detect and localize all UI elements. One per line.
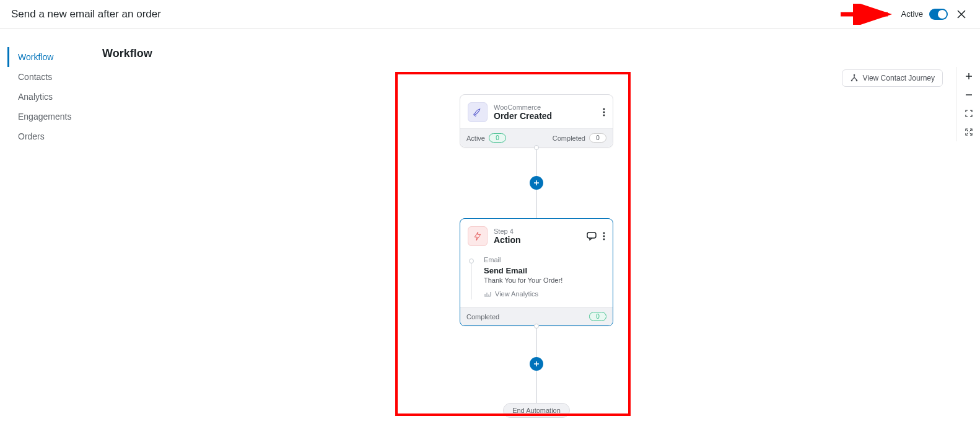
action-completed-count: 0 <box>589 312 606 321</box>
chart-icon <box>484 291 491 297</box>
action-node[interactable]: Step 4 Action <box>460 218 613 326</box>
trigger-active-label: Active <box>466 135 485 142</box>
trigger-node-head: WooCommerce Order Created <box>460 95 613 128</box>
add-step-button[interactable] <box>530 357 543 371</box>
zoom-in-button[interactable] <box>957 67 980 86</box>
sidebar-item-label: Contacts <box>18 72 52 82</box>
view-contact-journey-button[interactable]: View Contact Journey <box>842 69 943 87</box>
sidebar-item-workflow[interactable]: Workflow <box>7 47 93 67</box>
view-analytics-link[interactable]: View Analytics <box>484 290 605 298</box>
action-title: Action <box>494 235 580 245</box>
svg-point-9 <box>603 236 605 237</box>
action-row-subtitle: Thank You for Your Order! <box>484 276 605 284</box>
expand-icon <box>965 109 973 118</box>
action-completed-label: Completed <box>466 313 499 321</box>
fullscreen-button[interactable] <box>957 123 980 141</box>
action-row: Email Send Email Thank You for Your Orde… <box>468 255 605 299</box>
sidebar-item-engagements[interactable]: Engagements <box>7 107 93 126</box>
header-title: Send a new email after an order <box>11 8 161 20</box>
zoom-panel <box>956 67 980 141</box>
trigger-menu-button[interactable] <box>603 108 605 117</box>
content: Workflow View Contact Journey <box>93 29 980 429</box>
action-node-head: Step 4 Action <box>460 219 613 252</box>
svg-point-6 <box>603 115 605 117</box>
chat-icon <box>587 232 597 241</box>
end-automation-label: End Automation <box>512 407 561 414</box>
svg-rect-7 <box>587 232 596 238</box>
main: Workflow Contacts Analytics Engagements … <box>0 29 980 429</box>
trigger-completed-count: 0 <box>589 133 606 143</box>
plus-icon <box>533 361 540 367</box>
fit-screen-button[interactable] <box>957 104 980 123</box>
sidebar-item-analytics[interactable]: Analytics <box>7 87 93 107</box>
sidebar-item-orders[interactable]: Orders <box>7 126 93 146</box>
svg-point-3 <box>856 80 858 82</box>
sidebar-item-label: Engagements <box>18 112 71 122</box>
minus-icon <box>965 91 973 99</box>
svg-point-10 <box>603 239 605 241</box>
sidebar: Workflow Contacts Analytics Engagements … <box>0 29 93 429</box>
close-button[interactable] <box>954 7 969 22</box>
svg-point-5 <box>603 112 605 113</box>
connector <box>536 190 537 218</box>
view-contact-journey-label: View Contact Journey <box>862 74 935 82</box>
active-toggle[interactable] <box>929 9 948 20</box>
header-right: Active <box>901 7 969 22</box>
sidebar-item-contacts[interactable]: Contacts <box>7 67 93 87</box>
dots-vertical-icon <box>603 232 605 241</box>
end-automation-badge: End Automation <box>503 403 570 418</box>
sidebar-item-label: Analytics <box>18 92 53 102</box>
add-step-button[interactable] <box>530 176 543 190</box>
action-body: Email Send Email Thank You for Your Orde… <box>460 252 613 307</box>
trigger-footer: Active 0 Completed 0 <box>460 128 613 147</box>
action-row-kicker: Email <box>484 256 605 263</box>
view-analytics-label: View Analytics <box>495 290 538 298</box>
connector <box>536 326 537 357</box>
action-kicker: Step 4 <box>494 228 580 235</box>
fullscreen-icon <box>965 128 973 136</box>
dots-vertical-icon <box>603 108 605 117</box>
svg-point-2 <box>851 80 853 82</box>
trigger-completed-label: Completed <box>553 135 585 142</box>
action-timeline <box>468 255 475 299</box>
branch-icon <box>850 74 859 82</box>
zoom-out-button[interactable] <box>957 86 980 104</box>
rocket-icon <box>468 102 488 122</box>
header: Send a new email after an order Active <box>0 0 980 29</box>
trigger-kicker: WooCommerce <box>494 104 597 111</box>
svg-point-1 <box>854 74 855 76</box>
action-row-title: Send Email <box>484 266 605 275</box>
sidebar-item-label: Workflow <box>18 52 53 62</box>
bolt-icon <box>468 226 488 246</box>
action-notes-button[interactable] <box>587 232 597 241</box>
active-label: Active <box>901 9 923 19</box>
trigger-active-count: 0 <box>489 133 506 143</box>
plus-icon <box>533 180 540 186</box>
trigger-node[interactable]: WooCommerce Order Created Active 0 <box>460 94 613 148</box>
trigger-title: Order Created <box>494 111 597 121</box>
svg-point-4 <box>603 108 605 110</box>
action-footer: Completed 0 <box>460 307 613 325</box>
connector <box>536 148 537 176</box>
svg-point-8 <box>603 232 605 234</box>
workflow-canvas[interactable]: WooCommerce Order Created Active 0 <box>93 29 980 429</box>
plus-icon <box>965 72 973 81</box>
connector <box>536 371 537 403</box>
close-icon <box>956 9 966 19</box>
action-menu-button[interactable] <box>603 232 605 241</box>
sidebar-item-label: Orders <box>18 131 45 141</box>
